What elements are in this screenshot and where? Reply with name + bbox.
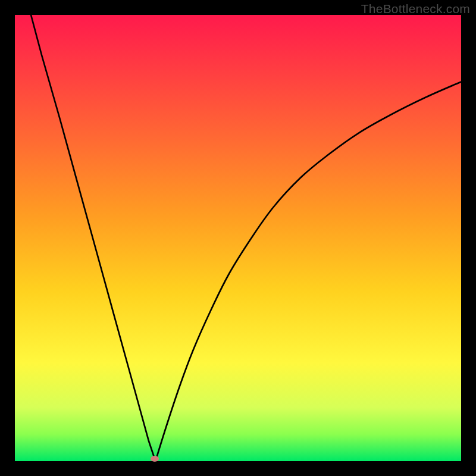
curve-right-branch [155, 82, 461, 462]
curve-left-branch [31, 15, 155, 461]
chart-frame [15, 15, 461, 461]
minimum-marker [151, 456, 159, 462]
watermark-text: TheBottleneck.com [361, 2, 470, 16]
bottleneck-curve [15, 15, 461, 461]
